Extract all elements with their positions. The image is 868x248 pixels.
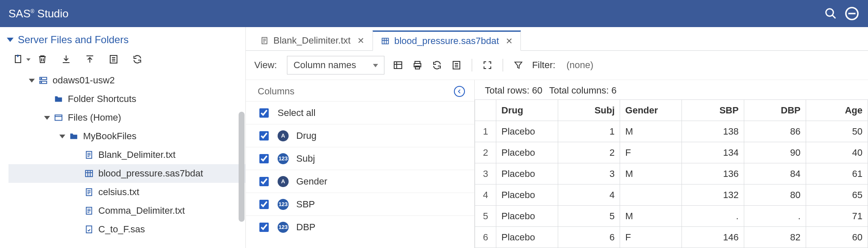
brand-prefix: SAS: [8, 7, 31, 20]
column-header[interactable]: DBP: [744, 100, 806, 121]
table-cell[interactable]: 65: [806, 185, 868, 206]
column-label: DBP: [296, 222, 315, 233]
table-cell[interactable]: Placebo: [496, 227, 558, 248]
column-item[interactable]: ADrug: [246, 124, 474, 147]
table-cell[interactable]: F: [620, 227, 682, 248]
table-cell[interactable]: F: [620, 142, 682, 163]
tree-file-node[interactable]: Blank_Delimiter.txt: [8, 146, 245, 164]
tree-server-node[interactable]: odaws01-usw2: [8, 71, 245, 90]
column-checkbox[interactable]: [259, 177, 269, 186]
column-checkbox[interactable]: [259, 131, 269, 141]
close-tab-icon[interactable]: ✕: [506, 36, 513, 46]
table-cell[interactable]: 4: [558, 185, 620, 206]
close-tab-icon[interactable]: ✕: [357, 36, 364, 46]
table-cell[interactable]: 90: [744, 142, 806, 163]
file-icon: [84, 206, 94, 216]
table-row[interactable]: 5Placebo5M..71: [475, 206, 868, 227]
refresh-data-icon[interactable]: [431, 59, 443, 71]
table-cell[interactable]: [620, 185, 682, 206]
column-item[interactable]: 123DBP: [246, 215, 474, 238]
table-cell[interactable]: 136: [682, 163, 744, 185]
table-cell[interactable]: 50: [806, 121, 868, 142]
table-cell[interactable]: 6: [558, 227, 620, 248]
filter-value: (none): [566, 60, 593, 71]
column-checkbox[interactable]: [259, 223, 269, 232]
table-cell[interactable]: 86: [744, 121, 806, 142]
expand-toggle-icon[interactable]: [59, 135, 65, 138]
table-row[interactable]: 2Placebo2F1349040: [475, 142, 868, 163]
column-header[interactable]: SBP: [682, 100, 744, 121]
table-cell[interactable]: 80: [744, 185, 806, 206]
sidebar-panel-toggle[interactable]: Server Files and Folders: [0, 30, 245, 52]
expand-toggle-icon[interactable]: [44, 116, 50, 120]
table-cell[interactable]: M: [620, 163, 682, 185]
table-row[interactable]: 4Placebo41328065: [475, 185, 868, 206]
more-options-icon[interactable]: [844, 6, 860, 21]
tab[interactable]: blood_pressure.sas7bdat✕: [373, 30, 521, 51]
tree-folder-node[interactable]: MyBookFiles: [8, 127, 245, 146]
table-cell[interactable]: M: [620, 206, 682, 227]
fullscreen-icon[interactable]: [481, 59, 493, 71]
column-header[interactable]: Age: [806, 100, 868, 121]
table-cell[interactable]: 61: [806, 163, 868, 185]
code-icon[interactable]: [451, 59, 462, 71]
data-table[interactable]: DrugSubjGenderSBPDBPAge1Placebo1M1388650…: [475, 99, 868, 248]
table-cell[interactable]: 82: [744, 227, 806, 248]
column-item[interactable]: 123Subj: [246, 147, 474, 170]
collapse-columns-icon[interactable]: [454, 86, 465, 97]
column-header[interactable]: Drug: [496, 100, 558, 121]
filter-icon[interactable]: [512, 59, 524, 71]
table-cell[interactable]: 132: [682, 185, 744, 206]
tab[interactable]: Blank_Delimiter.txt✕: [252, 30, 373, 50]
view-dropdown[interactable]: Column names: [287, 56, 384, 74]
table-cell[interactable]: Placebo: [496, 163, 558, 185]
table-cell[interactable]: Placebo: [496, 206, 558, 227]
column-header[interactable]: Gender: [620, 100, 682, 121]
properties-icon[interactable]: [108, 53, 120, 65]
svg-rect-11: [86, 171, 93, 177]
tree-file-node[interactable]: celsius.txt: [8, 183, 245, 201]
table-cell[interactable]: Placebo: [496, 185, 558, 206]
download-icon[interactable]: [60, 53, 72, 65]
column-checkbox[interactable]: [259, 154, 269, 163]
table-cell[interactable]: 71: [806, 206, 868, 227]
table-options-icon[interactable]: [392, 59, 404, 71]
table-cell[interactable]: M: [620, 121, 682, 142]
table-cell[interactable]: 146: [682, 227, 744, 248]
table-cell[interactable]: 138: [682, 121, 744, 142]
tree-file-node[interactable]: Comma_Delimiter.txt: [8, 201, 245, 220]
table-cell[interactable]: .: [682, 206, 744, 227]
table-cell[interactable]: Placebo: [496, 121, 558, 142]
table-cell[interactable]: 84: [744, 163, 806, 185]
tree-shortcuts-node[interactable]: Folder Shortcuts: [8, 90, 245, 108]
tree-file-node[interactable]: C_to_F.sas: [8, 220, 245, 239]
expand-toggle-icon[interactable]: [29, 79, 35, 83]
table-cell[interactable]: 40: [806, 142, 868, 163]
tree-files-home-node[interactable]: Files (Home): [8, 108, 245, 127]
column-checkbox[interactable]: [259, 200, 269, 209]
table-row[interactable]: 6Placebo6F1468260: [475, 227, 868, 248]
column-header[interactable]: Subj: [558, 100, 620, 121]
table-cell[interactable]: .: [744, 206, 806, 227]
table-cell[interactable]: 2: [558, 142, 620, 163]
new-button[interactable]: [13, 53, 25, 65]
table-cell[interactable]: 60: [806, 227, 868, 248]
upload-icon[interactable]: [84, 53, 96, 65]
table-cell[interactable]: 134: [682, 142, 744, 163]
table-cell[interactable]: 3: [558, 163, 620, 185]
print-icon[interactable]: [412, 59, 423, 71]
delete-icon[interactable]: [36, 53, 48, 65]
column-item[interactable]: 123SBP: [246, 193, 474, 215]
table-row[interactable]: 1Placebo1M1388650: [475, 121, 868, 142]
table-cell[interactable]: 1: [558, 121, 620, 142]
table-cell[interactable]: Placebo: [496, 142, 558, 163]
refresh-icon[interactable]: [131, 53, 143, 65]
sidebar-scrollbar[interactable]: [239, 112, 245, 222]
column-item[interactable]: AGender: [246, 170, 474, 193]
tree-file-node[interactable]: blood_pressure.sas7bdat: [8, 164, 245, 183]
table-row[interactable]: 3Placebo3M1368461: [475, 163, 868, 185]
select-all-checkbox[interactable]: [259, 108, 269, 118]
search-icon[interactable]: [823, 6, 838, 21]
table-cell[interactable]: 5: [558, 206, 620, 227]
select-all-row[interactable]: Select all: [246, 101, 474, 124]
